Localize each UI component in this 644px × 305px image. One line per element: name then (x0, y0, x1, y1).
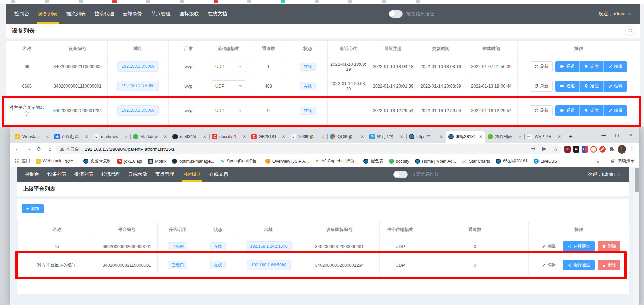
browser-tab-https[interactable]: 🌐https://1✕ (406, 131, 446, 143)
nav-tab-node-manage[interactable]: 节点管理 (147, 4, 175, 24)
address-bar[interactable]: 不安全 192.168.1.3:18080/#/parentPlatformLi… (56, 144, 561, 154)
close-tab-icon[interactable]: ✕ (361, 134, 364, 139)
select-channel-button[interactable]: 选择通道 (563, 260, 595, 270)
robot-extension-icon[interactable]: 🕶 (573, 146, 579, 152)
user-menu[interactable]: 欢迎，admin (599, 11, 631, 17)
close-tab-icon[interactable]: ✕ (164, 134, 167, 139)
bookmark-star-charts[interactable]: 📈Star Charts (462, 159, 490, 164)
nav-tab-cloud-record[interactable]: 云端录像 (119, 4, 147, 24)
send-to-device-icon[interactable] (540, 145, 549, 154)
fe-extension-icon[interactable]: FE (582, 146, 588, 152)
browser-tab-qqmail[interactable]: QQ邮箱✕ (327, 131, 367, 143)
browser-tab-github[interactable]: meff34/d✕ (170, 131, 209, 143)
maximize-button[interactable]: ▢ (610, 127, 624, 143)
refresh-button[interactable]: 刷新 (530, 81, 553, 92)
locate-button[interactable]: 定位 (579, 105, 603, 116)
nav-tab-pull-proxy[interactable]: 拉流代理 (90, 4, 119, 24)
refresh-button[interactable]: 刷新 (530, 61, 553, 72)
address-tag[interactable]: 192.168.1.242:1506 (246, 241, 292, 252)
stream-mode-select[interactable]: UDP (212, 105, 246, 116)
nav-tab-node-manage[interactable]: 节点管理 (151, 167, 178, 182)
bookmark-jdk-api[interactable]: Ojdk1.8 api (117, 159, 142, 164)
close-tab-icon[interactable]: ✕ (321, 134, 325, 139)
browser-tab-plugin-list[interactable]: 插件列表✕ (485, 131, 524, 143)
nav-tab-console[interactable]: 控制台 (10, 4, 34, 24)
browser-tab-163mail[interactable]: b163邮箱✕ (288, 131, 327, 143)
nav-tab-device-list[interactable]: 设备列表 (43, 167, 70, 182)
bookmark-optimus[interactable]: optimus-manage... (172, 159, 214, 164)
scrollbar-thumb[interactable] (635, 168, 639, 192)
bookmark-springboot[interactable]: ≫SpringBoot打包... (220, 158, 260, 164)
refresh-button[interactable]: 刷新 (530, 105, 553, 116)
edit-button[interactable]: 编辑 (603, 81, 627, 92)
browser-tab-gb28181[interactable]: CGB28181✕ (249, 131, 288, 143)
browser-tab-markdown-2[interactable]: Markdow✕ (130, 131, 170, 143)
close-tab-icon[interactable]: ✕ (440, 134, 443, 139)
new-tab-button[interactable]: + (566, 132, 575, 141)
bookmark-motrix[interactable]: ▦Motrix (148, 159, 166, 164)
url-text[interactable]: 192.168.1.3:18080/#/parentPlatformList/1… (85, 147, 526, 152)
browser-tab-gb28181-active[interactable]: 🌐国标28181✕ (446, 131, 485, 143)
bookmark-apps[interactable]: 应用 (15, 158, 30, 164)
minimize-button[interactable]: — (597, 127, 610, 143)
close-tab-icon[interactable]: ✕ (400, 134, 404, 139)
tab-search-icon[interactable]: ⌄ (583, 127, 597, 143)
close-tab-icon[interactable]: ✕ (558, 134, 561, 139)
nav-tab-cloud-record[interactable]: 云端录像 (124, 167, 151, 182)
browser-tab-docsify[interactable]: Cdocsify 生✕ (209, 131, 249, 143)
reload-button[interactable]: ⟳ (34, 144, 44, 154)
close-tab-icon[interactable]: ✕ (203, 134, 206, 139)
nav-tab-online-doc[interactable]: 在线文档 (205, 167, 232, 182)
alarm-push-toggle[interactable] (389, 10, 403, 18)
alarm-push-toggle[interactable] (393, 171, 408, 178)
edit-button[interactable]: 编辑 (603, 61, 627, 72)
close-tab-icon[interactable]: ✕ (282, 134, 285, 139)
delete-button[interactable]: 删除 (598, 260, 620, 270)
bookmark-overview-jsip[interactable]: Overview (JSIP A... (265, 159, 309, 164)
browser-tab-wvp-pro[interactable]: WVPWVP-PR✕ (524, 131, 564, 143)
js-extension-icon[interactable]: JS (564, 146, 571, 152)
bookmark-gb28181[interactable]: 🌐66国标28181 (496, 158, 528, 164)
page-scrollbar[interactable] (634, 167, 639, 305)
close-tab-icon[interactable]: ✕ (243, 134, 246, 139)
nav-tab-push-list[interactable]: 推流列表 (62, 4, 90, 24)
edit-button[interactable]: 编辑 (538, 241, 560, 252)
red-o-extension-icon[interactable] (590, 146, 597, 152)
browser-tab-baidu-translate[interactable]: 译百度翻译✕ (52, 131, 91, 143)
stream-mode-select[interactable]: UDP (212, 80, 246, 92)
browser-tab-webstack[interactable]: ▾Webstac✕ (12, 131, 52, 143)
address-tag[interactable]: 192.168.1.3:5060 (117, 105, 159, 116)
edit-button[interactable]: 编辑 (538, 260, 560, 270)
reading-list-button[interactable]: 阅读清单 (611, 158, 635, 164)
user-menu[interactable]: 欢迎，admin (588, 171, 620, 177)
bookmarks-overflow-chevron[interactable]: » (597, 158, 599, 164)
extensions-puzzle-icon[interactable] (608, 145, 615, 153)
nav-tab-console[interactable]: 控制台 (21, 167, 43, 182)
locate-button[interactable]: 定位 (579, 61, 603, 72)
bookmark-color-table[interactable]: 🌐配色表 (363, 158, 383, 164)
adblock-extension-icon[interactable] (599, 146, 606, 152)
browser-tab-mail-notice[interactable]: ✉收到 1封✕ (367, 131, 406, 143)
nav-tab-push-list[interactable]: 推流列表 (70, 167, 97, 182)
channel-button[interactable]: 通道 (555, 61, 579, 72)
nav-tab-gb-cascade[interactable]: 国标级联 (178, 167, 205, 182)
close-tab-icon[interactable]: ✕ (45, 134, 49, 139)
browser-tab-markdown-1[interactable]: bmarkdow✕ (91, 131, 130, 143)
address-tag[interactable]: 192.168.1.3:5060 (117, 61, 159, 72)
bookmark-livegbs[interactable]: QLiveGBS (534, 159, 557, 164)
nav-tab-online-doc[interactable]: 在线文档 (203, 4, 232, 24)
close-tab-icon[interactable]: ✕ (85, 134, 88, 139)
nav-tab-device-list[interactable]: 设备列表 (34, 4, 62, 24)
bookmark-webstack[interactable]: ▾Webstack - 设计… (36, 158, 77, 164)
close-window-button[interactable]: ✕ (624, 127, 637, 143)
profile-avatar[interactable]: I (618, 145, 626, 154)
close-tab-icon[interactable]: ✕ (124, 134, 128, 139)
bookmark-copy-free[interactable]: 🌐免登录复制 (83, 158, 111, 164)
security-indicator[interactable]: 不安全 (60, 146, 79, 152)
edit-button[interactable]: 编辑 (603, 105, 627, 116)
channel-button[interactable]: 通道 (555, 105, 579, 116)
password-key-icon[interactable] (528, 145, 537, 154)
channel-button[interactable]: 通道 (555, 81, 579, 92)
address-tag[interactable]: 192.168.1.66:5060 (247, 260, 291, 270)
forward-button[interactable]: → (24, 144, 33, 154)
